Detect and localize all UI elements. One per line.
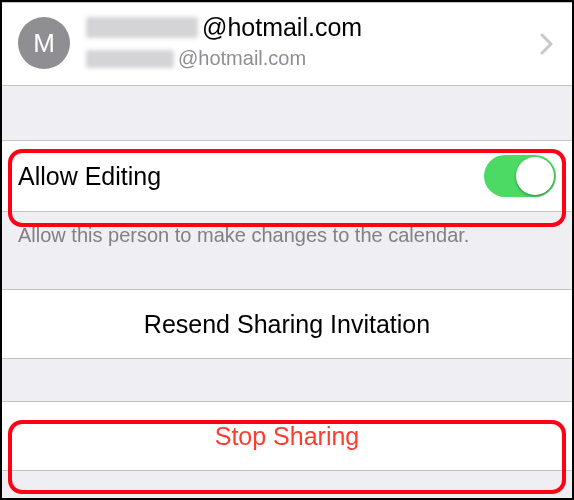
avatar-initial: M [33,28,55,59]
stop-sharing-label: Stop Sharing [215,422,360,451]
account-email-primary: @hotmail.com [202,15,362,40]
avatar: M [18,17,70,69]
redacted-name-secondary [86,50,174,68]
allow-editing-row: Allow Editing [2,141,572,211]
resend-invitation-button[interactable]: Resend Sharing Invitation [2,290,572,358]
resend-invitation-label: Resend Sharing Invitation [144,310,430,339]
chevron-right-icon [540,33,554,55]
account-email-secondary: @hotmail.com [178,46,306,71]
allow-editing-label: Allow Editing [18,162,161,191]
allow-editing-toggle[interactable] [484,155,556,197]
toggle-knob [516,157,554,195]
account-row[interactable]: M @hotmail.com @hotmail.com [2,3,572,85]
account-texts: @hotmail.com @hotmail.com [86,15,362,71]
stop-sharing-button[interactable]: Stop Sharing [2,402,572,470]
redacted-name [86,17,198,38]
allow-editing-footer: Allow this person to make changes to the… [2,212,572,247]
